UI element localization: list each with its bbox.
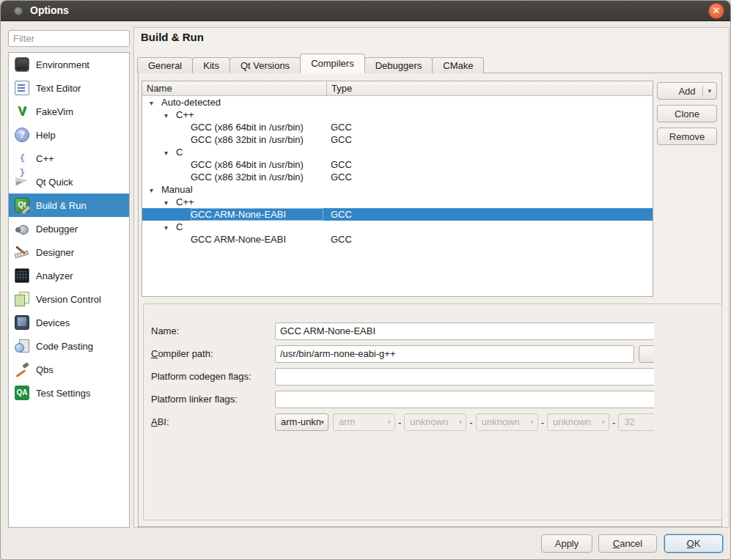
chevron-down-icon[interactable]: ▾ xyxy=(702,86,711,97)
analyzer-icon xyxy=(15,268,29,283)
tab-debuggers[interactable]: Debuggers xyxy=(364,57,433,73)
sidebar-list: EnvironmentText EditorFakeVimHelpC++Qt Q… xyxy=(8,52,130,528)
tree-row-type: GCC xyxy=(331,171,352,183)
tree-row[interactable]: C++ xyxy=(142,196,653,208)
sidebar-item-label: Qt Quick xyxy=(36,177,73,188)
designer-icon xyxy=(15,245,29,259)
sidebar-item-c[interactable]: C++ xyxy=(9,147,129,170)
codegen-flags-label: Platform codegen flags: xyxy=(151,368,251,386)
sidebar-item-label: C++ xyxy=(36,153,54,164)
abi-combo-value: arm-unkn xyxy=(281,416,321,427)
column-header-name[interactable]: Name xyxy=(147,82,172,95)
tree-row-label: GCC (x86 64bit in /usr/bin) xyxy=(191,121,304,133)
devices-icon xyxy=(15,315,29,330)
tree-row[interactable]: GCC ARM-None-EABIGCC xyxy=(142,233,653,246)
tree-row-name-cell: GCC (x86 64bit in /usr/bin) xyxy=(142,158,653,171)
expand-arrow-icon[interactable] xyxy=(164,146,176,159)
tree-row-label: C xyxy=(176,146,183,158)
ok-button[interactable]: OK xyxy=(664,534,723,553)
tree-row[interactable]: GCC (x86 32bit in /usr/bin)GCC xyxy=(142,171,653,183)
tree-row[interactable]: GCC ARM-None-EABIGCC xyxy=(142,208,653,221)
tree-row[interactable]: C xyxy=(142,221,653,233)
tree-row[interactable]: GCC (x86 64bit in /usr/bin)GCC xyxy=(142,121,653,133)
chevron-down-icon: ▾ xyxy=(387,414,391,430)
options-dialog: Options ✕ EnvironmentText EditorFakeVimH… xyxy=(0,0,731,560)
tree-row-type: GCC xyxy=(331,208,352,221)
abi-combo-value: unknown xyxy=(482,416,520,427)
tree-row[interactable]: C++ xyxy=(142,108,653,121)
sidebar-item-environment[interactable]: Environment xyxy=(9,53,129,76)
sidebar-item-analyzer[interactable]: Analyzer xyxy=(9,264,129,287)
tree-row[interactable]: Manual xyxy=(142,183,653,196)
text-editor-icon xyxy=(15,81,29,95)
linker-flags-field[interactable] xyxy=(275,391,654,408)
name-row: Name: xyxy=(151,323,179,340)
tree-row[interactable]: C xyxy=(142,146,653,158)
tab-kits[interactable]: Kits xyxy=(192,57,230,73)
sidebar-item-label: Debugger xyxy=(36,224,78,235)
sidebar-item-designer[interactable]: Designer xyxy=(9,240,129,264)
tab-compilers[interactable]: Compilers xyxy=(300,54,365,73)
name-field[interactable]: GCC ARM-None-EABI xyxy=(275,323,654,340)
expand-arrow-icon[interactable] xyxy=(164,196,176,209)
sidebar-item-text-editor[interactable]: Text Editor xyxy=(9,76,129,100)
sidebar-item-debugger[interactable]: Debugger xyxy=(9,217,129,240)
expand-arrow-icon[interactable] xyxy=(150,183,161,196)
codegen-flags-row: Platform codegen flags: xyxy=(151,368,251,386)
filter-input[interactable] xyxy=(8,30,130,47)
linker-flags-label: Platform linker flags: xyxy=(151,391,238,408)
sidebar-item-fakevim[interactable]: FakeVim xyxy=(9,100,129,123)
abi-combo-value: 32 xyxy=(624,416,634,427)
tree-row[interactable]: GCC (x86 32bit in /usr/bin)GCC xyxy=(142,133,653,146)
sidebar-item-code-pasting[interactable]: Code Pasting xyxy=(9,334,129,358)
expand-arrow-icon[interactable] xyxy=(150,96,161,109)
expand-arrow-icon[interactable] xyxy=(164,108,176,122)
add-button[interactable]: Add ▾ xyxy=(657,82,717,100)
tree-row-type: GCC xyxy=(331,233,352,246)
abi-combo-value: unknown xyxy=(410,416,448,427)
expand-arrow-icon[interactable] xyxy=(164,221,176,234)
browse-button[interactable] xyxy=(639,345,654,363)
sidebar-item-version-control[interactable]: Version Control xyxy=(9,287,129,311)
sidebar-item-label: Test Settings xyxy=(36,388,90,399)
tab-general[interactable]: General xyxy=(137,57,193,73)
chevron-down-icon: ▾ xyxy=(602,414,606,430)
abi-dash: - xyxy=(398,417,401,428)
sidebar-item-qbs[interactable]: Qbs xyxy=(9,358,129,381)
apply-button[interactable]: Apply xyxy=(541,534,592,553)
tree-row-label: GCC (x86 64bit in /usr/bin) xyxy=(191,158,304,171)
version-control-icon xyxy=(15,292,29,306)
chevron-down-icon: ▾ xyxy=(320,414,324,430)
compiler-path-field[interactable]: /usr/bin/arm-none-eabi-g++ xyxy=(275,345,634,363)
sidebar-item-label: Help xyxy=(36,130,56,141)
close-icon[interactable]: ✕ xyxy=(708,3,724,19)
cancel-button[interactable]: Cancel xyxy=(598,534,657,553)
tree-row-type: GCC xyxy=(331,158,352,171)
sidebar-item-build-run[interactable]: Build & Run xyxy=(9,194,129,217)
tree-row[interactable]: GCC (x86 64bit in /usr/bin)GCC xyxy=(142,158,653,171)
tree-row[interactable]: Auto-detected xyxy=(142,96,653,108)
abi-dash: - xyxy=(541,417,544,428)
help-icon xyxy=(15,128,29,142)
sidebar-item-test-settings[interactable]: Test Settings xyxy=(9,381,129,405)
clone-button[interactable]: Clone xyxy=(657,105,717,122)
tree-row-name-cell: C xyxy=(142,221,653,233)
abi-row: ABI: xyxy=(151,413,169,431)
window-title: Options xyxy=(30,4,69,16)
tree-header[interactable]: Name Type xyxy=(142,81,653,96)
abi-combo: unknown▾ xyxy=(404,413,466,431)
add-button-label: Add xyxy=(678,86,695,97)
tab-cmake[interactable]: CMake xyxy=(432,57,484,73)
sidebar-item-help[interactable]: Help xyxy=(9,123,129,147)
abi-combo[interactable]: arm-unkn▾ xyxy=(275,413,328,431)
sidebar-item-label: FakeVim xyxy=(36,106,73,117)
remove-button[interactable]: Remove xyxy=(657,128,717,145)
sidebar-item-devices[interactable]: Devices xyxy=(9,311,129,334)
sidebar-item-label: Devices xyxy=(36,317,70,328)
sidebar-item-label: Text Editor xyxy=(36,83,81,94)
column-header-type[interactable]: Type xyxy=(326,82,352,95)
abi-combo: 32▾ xyxy=(618,413,654,431)
sidebar-item-qt-quick[interactable]: Qt Quick xyxy=(9,170,129,194)
codegen-flags-field[interactable] xyxy=(275,368,654,386)
tab-qt-versions[interactable]: Qt Versions xyxy=(229,57,301,73)
